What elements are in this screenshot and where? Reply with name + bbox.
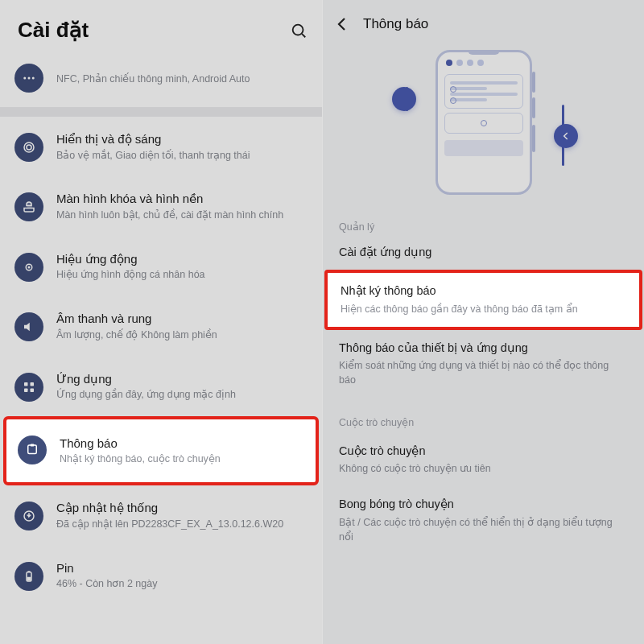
notifications-pane: Thông báo Quản lý Cài đặt ứng dụng Nhật …: [322, 0, 644, 644]
apps-row[interactable]: Ứng dụngỨng dụng gần đây, ứng dụng mặc đ…: [0, 357, 322, 416]
settings-header: Cài đặt: [0, 0, 322, 56]
svg-line-1: [302, 34, 305, 37]
svg-rect-10: [24, 382, 28, 386]
notifications-icon: [18, 436, 47, 464]
battery-row[interactable]: Pin46% - Còn hơn 2 ngày: [0, 546, 322, 605]
app-settings-row[interactable]: Cài đặt ứng dụng: [323, 237, 644, 270]
notifications-illustration: [323, 42, 644, 203]
back-icon[interactable]: [332, 14, 352, 34]
manage-label: Quản lý: [323, 203, 644, 237]
system-update-row[interactable]: Cập nhật hệ thốngĐã cập nhật lên PD2283C…: [0, 485, 322, 545]
svg-point-5: [27, 145, 31, 150]
svg-point-9: [28, 266, 31, 268]
svg-rect-14: [28, 445, 37, 454]
display-row[interactable]: Hiển thị và độ sángBảo vệ mắt, Giao diện…: [0, 117, 322, 176]
svg-rect-15: [31, 444, 35, 446]
svg-point-6: [24, 142, 34, 152]
svg-rect-11: [31, 382, 35, 386]
update-icon: [14, 502, 43, 530]
device-app-notifications-row[interactable]: Thông báo của thiết bị và ứng dụng Kiểm …: [323, 330, 644, 398]
search-icon[interactable]: [290, 22, 308, 39]
lockscreen-row[interactable]: Màn hình khóa và hình nềnMàn hình luôn b…: [0, 176, 322, 236]
animation-icon: [14, 253, 43, 282]
svg-rect-19: [27, 576, 31, 580]
notifications-row-highlighted[interactable]: Thông báoNhật ký thông báo, cuộc trò chu…: [3, 416, 319, 485]
animation-row[interactable]: Hiệu ứng độngHiệu ứng hình động cá nhân …: [0, 237, 322, 296]
chat-bubbles-row[interactable]: Bong bóng trò chuyện Bật / Các cuộc trò …: [323, 486, 644, 555]
display-icon: [14, 133, 43, 162]
settings-list: Hiển thị và độ sángBảo vệ mắt, Giao diện…: [0, 117, 322, 605]
page-title: Cài đặt: [18, 18, 89, 43]
page-title: Thông báo: [363, 16, 428, 32]
svg-point-2: [23, 77, 26, 80]
svg-point-0: [293, 24, 303, 35]
apps-icon: [14, 373, 43, 402]
notification-log-row-highlighted[interactable]: Nhật ký thông báo Hiện các thông báo gần…: [324, 270, 642, 330]
connection-row[interactable]: NFC, Phản chiếu thông minh, Android Auto: [0, 56, 322, 107]
conversation-label: Cuộc trò chuyện: [323, 398, 644, 433]
notifications-header: Thông báo: [323, 0, 644, 42]
sound-icon: [14, 312, 43, 341]
svg-point-4: [32, 77, 35, 80]
wallpaper-icon: [14, 192, 43, 221]
sound-row[interactable]: Âm thanh và rungÂm lượng, chế độ Không l…: [0, 296, 322, 356]
connection-sub: NFC, Phản chiếu thông minh, Android Auto: [56, 72, 308, 86]
section-divider: [0, 107, 322, 117]
more-icon: [14, 64, 43, 93]
battery-icon: [14, 562, 43, 591]
svg-rect-7: [27, 202, 32, 208]
settings-pane: Cài đặt NFC, Phản chiếu thông minh, Andr…: [0, 0, 322, 644]
conversation-row[interactable]: Cuộc trò chuyện Không có cuộc trò chuyện…: [323, 433, 644, 487]
svg-rect-13: [31, 388, 35, 392]
svg-point-3: [28, 77, 31, 80]
svg-rect-18: [28, 571, 31, 572]
svg-rect-12: [24, 388, 28, 392]
